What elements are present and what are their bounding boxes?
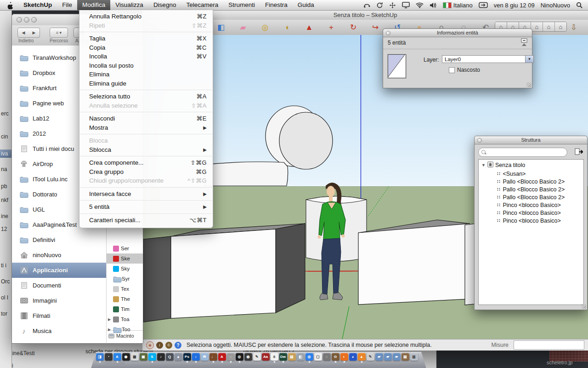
help-icon[interactable]: ? (175, 342, 181, 349)
file-row-toa[interactable]: ▶Toa (107, 314, 143, 324)
outliner-item[interactable]: ∷Pinco <blocco Basico> (479, 217, 583, 224)
menubar-clock[interactable]: ven 8 giu 12 09 (494, 2, 535, 9)
view-left-button[interactable]: ⌂ (555, 22, 566, 31)
menu-item-sblocca[interactable]: Sblocca▶ (79, 145, 213, 155)
sidebar-item-immagini[interactable]: Immagini (12, 293, 106, 308)
dock-item-vlc[interactable]: ▲ (357, 353, 366, 362)
paint-bucket-tool-icon[interactable]: ◖ (282, 23, 292, 33)
file-row-too[interactable]: ▶Too (107, 324, 143, 334)
menu-item-seleziona-tutto[interactable]: Seleziona tutto⌘A (79, 92, 213, 101)
close-icon[interactable] (17, 17, 22, 23)
dock-item-aperture[interactable]: ◍ (244, 353, 252, 362)
box-center-side[interactable] (276, 224, 305, 313)
resize-grip[interactable] (526, 82, 531, 87)
dock-item-dashboard[interactable]: ◔ (104, 353, 113, 362)
menu-item-elimina-guide[interactable]: Elimina guide (79, 79, 213, 88)
dock-item-mail[interactable]: ✉ (200, 353, 209, 362)
dock-item-system-dial[interactable]: ◉ (122, 353, 130, 362)
move-tool-icon[interactable]: + (326, 23, 336, 33)
follow-me-tool-icon[interactable]: ↪ (370, 23, 380, 33)
menu-item-mostra[interactable]: Mostra▶ (79, 123, 213, 132)
dock-item-skype[interactable]: S (148, 353, 156, 362)
layer-dropdown[interactable]: Layer0 ▼ (442, 55, 534, 63)
time-machine-icon[interactable] (376, 2, 383, 9)
menu-item-crea-componente-[interactable]: Crea componente...⇧⌘G (79, 158, 213, 167)
hidden-checkbox[interactable] (449, 67, 455, 73)
menu-item-nascondi[interactable]: Nascondi⌘E (79, 114, 213, 123)
file-row-ske[interactable]: Ske (107, 253, 143, 264)
display-icon[interactable] (402, 2, 410, 8)
dock-item-game-app[interactable]: ▣ (139, 353, 147, 362)
back-button[interactable]: ◀ (17, 28, 29, 38)
rotate-tool-icon[interactable]: ↻ (348, 23, 358, 33)
component-tool-icon[interactable]: ◧ (216, 23, 226, 33)
menu-guida[interactable]: Guida (293, 0, 319, 10)
resize-grip[interactable] (582, 304, 586, 309)
input-language-menu[interactable]: Italiano (443, 2, 473, 9)
minimize-icon[interactable] (24, 17, 29, 23)
license-badge-icon[interactable]: © (165, 342, 172, 349)
dock-item-garageband[interactable]: ♩ (209, 353, 217, 362)
box-left-dark[interactable] (143, 236, 171, 322)
dock-item-stacks[interactable]: ▤ (401, 353, 409, 362)
menu-telecamera[interactable]: Telecamera (181, 0, 223, 10)
menu-item-elimina[interactable]: Elimina (79, 70, 213, 79)
measure-input[interactable] (514, 340, 584, 350)
file-row-sky[interactable]: Sky (107, 264, 143, 274)
disclosure-triangle-icon[interactable]: ▶ (108, 317, 111, 322)
menu-item-5-entit-[interactable]: 5 entità▶ (79, 202, 213, 212)
menu-file[interactable]: File (57, 0, 77, 10)
dock-item-itunes-classic[interactable]: ♪ (157, 353, 165, 362)
dock-item-loading-app[interactable]: ◌ (226, 353, 235, 362)
dock-item-quicktime[interactable]: Q (165, 353, 174, 362)
menu-item-taglia[interactable]: Taglia⌘X (79, 34, 213, 43)
zoom-icon[interactable] (31, 17, 37, 23)
outliner-item[interactable]: ∷Pinco <blocco Basico> (479, 209, 583, 217)
dock-item-core-services[interactable]: ◕ (349, 353, 357, 362)
dock-item-acrobat[interactable]: A (218, 353, 226, 362)
menu-item-annulla-rettangolo[interactable]: Annulla Rettangolo⌘Z (79, 12, 213, 21)
outliner-item[interactable]: ∷Pallo <Blocco Basico 2> (479, 178, 583, 185)
sidebar-item-filmati[interactable]: Filmati (12, 308, 106, 323)
menubar-username[interactable]: NinoNuovo (541, 2, 570, 9)
outliner-tree[interactable]: ▼Senza titolo∷<Susan>∷Pallo <Blocco Basi… (478, 159, 584, 305)
disc-cylinder-face[interactable] (279, 112, 333, 169)
menu-item-caratteri-speciali-[interactable]: Caratteri speciali...⌥⌘T (79, 216, 213, 225)
file-row-tim[interactable]: Tim (107, 304, 143, 314)
dock-item-notes[interactable]: ▤ (288, 353, 296, 362)
volume-icon[interactable] (430, 2, 437, 8)
file-row-syr[interactable]: Syr (107, 274, 143, 284)
collapse-toggle-icon[interactable] (521, 38, 527, 47)
close-icon[interactable] (386, 31, 390, 35)
dock-item-spinner-app[interactable]: ◌ (322, 353, 331, 362)
wifi-icon[interactable] (416, 2, 424, 8)
dock-item-photo-app[interactable]: ▦ (130, 353, 139, 362)
view-right-button[interactable]: ⌂ (531, 22, 543, 31)
tape-measure-tool-icon[interactable]: ◎ (260, 23, 270, 33)
outliner-root-row[interactable]: ▼Senza titolo (479, 160, 583, 170)
forward-button[interactable]: ▶ (28, 28, 40, 38)
outliner-item[interactable]: ∷<Susan> (479, 170, 583, 178)
dock-item-iphoto[interactable]: ◎ (235, 353, 243, 362)
dock-item-drafting-app[interactable]: ✎ (366, 353, 374, 362)
dock-item-firefox[interactable]: ◐ (340, 353, 348, 362)
menu-modifica[interactable]: Modifica (77, 0, 110, 10)
dock-item-launchpad[interactable]: ▲ (174, 353, 182, 362)
dock-item-safari[interactable]: ◎ (305, 353, 313, 362)
dock-item-app-store[interactable]: A (113, 353, 121, 362)
menu-item-incolla[interactable]: Incolla⌘V (79, 52, 213, 61)
dock-item-folder-user[interactable]: ▰ (384, 353, 392, 362)
sidebar-item-documenti[interactable]: Documenti (12, 278, 106, 293)
dock-item-dreamweaver[interactable]: Dw (279, 353, 287, 362)
dock-item-preview-app[interactable]: ◧ (296, 353, 305, 362)
menu-finestra[interactable]: Finestra (260, 0, 293, 10)
spotlight-icon[interactable] (576, 2, 582, 8)
menu-strumenti[interactable]: Strumenti (223, 0, 260, 10)
sidebar-item-musica[interactable]: ♪Musica (12, 323, 106, 339)
geo-badge-icon[interactable]: ◉ (146, 341, 154, 349)
dock-item-textedit[interactable]: ✎ (253, 353, 261, 362)
disclosure-triangle-icon[interactable]: ▶ (108, 328, 111, 332)
path-button[interactable]: ≡ ▾ (50, 28, 68, 38)
menu-visualizza[interactable]: Visualizza (110, 0, 148, 10)
modem-icon[interactable] (363, 2, 370, 8)
